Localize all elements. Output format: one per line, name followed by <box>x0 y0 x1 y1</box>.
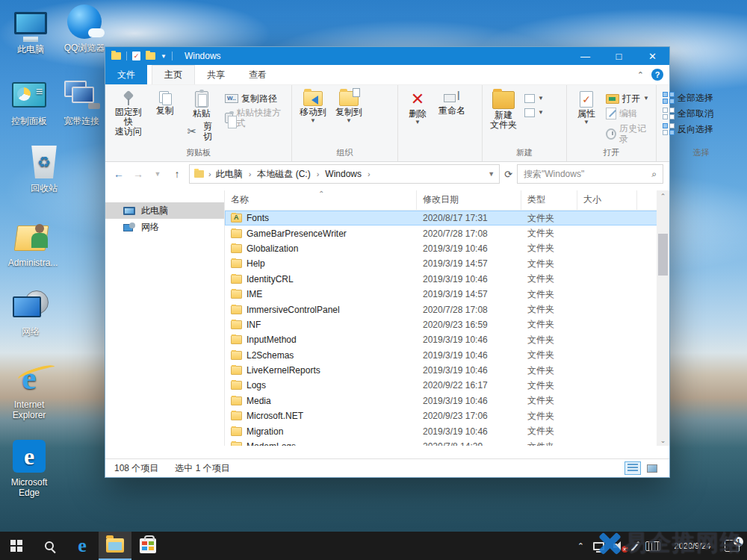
vertical-scroll-thumb[interactable] <box>658 234 668 276</box>
file-date: 2020/7/28 17:08 <box>417 228 521 239</box>
desktop-icon-internet-explorer[interactable]: e Internet Explorer <box>3 360 55 420</box>
column-header-type[interactable]: 类型 <box>521 190 577 210</box>
desktop-icon-control-panel[interactable]: 控制面板 <box>3 76 55 126</box>
table-row[interactable]: Fonts 2020/8/17 17:31 文件夹 <box>225 211 669 225</box>
copy-to-button[interactable]: 复制到▼ <box>332 90 365 125</box>
properties-icon[interactable]: ✓ <box>132 52 140 60</box>
refresh-icon[interactable]: ⟳ <box>504 169 512 180</box>
open-icon <box>606 94 619 104</box>
title-bar[interactable]: ✓ ▼ Windows — □ ✕ <box>105 47 669 65</box>
tray-volume-muted-icon[interactable]: ✕ <box>613 541 625 551</box>
thumbnail-view-button[interactable] <box>644 461 660 475</box>
desktop-icon-qq-browser[interactable]: QQ浏览器 <box>58 3 111 53</box>
properties-button[interactable]: ✓ 属性▼ <box>571 90 601 126</box>
search-input[interactable]: 搜索"Windows" ⌕ <box>517 164 663 184</box>
minimize-button[interactable]: — <box>568 47 602 65</box>
new-folder-button[interactable]: 新建文件夹 <box>487 90 520 131</box>
tab-home[interactable]: 主页 <box>152 65 195 84</box>
breadcrumb-this-pc[interactable]: 此电脑 <box>216 168 243 181</box>
file-name: IdentityCRL <box>247 274 294 284</box>
folder-icon[interactable] <box>111 52 121 60</box>
delete-button[interactable]: ✕ 删除▼ <box>403 90 433 126</box>
table-row[interactable]: Media 2019/3/19 10:46 文件夹 <box>225 393 669 408</box>
desktop-icon-broadband[interactable]: 宽带连接 <box>55 76 108 126</box>
table-row[interactable]: Logs 2020/9/22 16:17 文件夹 <box>225 378 669 393</box>
tab-file[interactable]: 文件 <box>105 65 147 84</box>
table-row[interactable]: ModemLogs 2020/7/8 14:29 文件夹 <box>225 439 669 446</box>
table-row[interactable]: GameBarPresenceWriter 2020/7/28 17:08 文件… <box>225 225 669 240</box>
tab-view[interactable]: 查看 <box>237 65 279 84</box>
select-none-button[interactable]: 全部取消 <box>661 107 715 120</box>
desktop-icon-this-pc[interactable]: 此电脑 <box>4 4 57 55</box>
address-bar[interactable]: › 此电脑 › 本地磁盘 (C:) › Windows › ▼ <box>189 164 500 184</box>
tray-expand-icon[interactable]: ⌃ <box>577 541 584 551</box>
table-row[interactable]: LiveKernelReports 2019/3/19 10:46 文件夹 <box>225 363 669 378</box>
address-dropdown-caret[interactable]: ▼ <box>488 170 495 178</box>
file-type: 文件夹 <box>521 349 577 361</box>
column-header-date[interactable]: 修改日期 <box>417 190 521 210</box>
notification-center-icon[interactable]: 1 <box>725 540 740 552</box>
tray-clock[interactable]: 2020/9/24 <box>669 541 716 551</box>
cut-button[interactable]: ✂剪切 <box>186 120 217 143</box>
table-row[interactable]: Globalization 2019/3/19 10:46 文件夹 <box>225 241 669 256</box>
table-row[interactable]: IME 2019/3/19 14:57 文件夹 <box>225 287 669 302</box>
collapse-ribbon-icon[interactable]: ⌃ <box>637 70 644 80</box>
tab-share[interactable]: 共享 <box>195 65 237 84</box>
recent-locations-caret[interactable]: ▼ <box>150 170 165 178</box>
customize-toolbar-caret[interactable]: ▼ <box>161 53 167 60</box>
forward-button[interactable]: → <box>131 168 146 180</box>
edit-button[interactable]: 编辑 <box>604 107 653 120</box>
table-row[interactable]: Help 2019/3/19 14:57 文件夹 <box>225 256 669 271</box>
help-icon[interactable]: ? <box>651 69 663 81</box>
scroll-up-icon[interactable]: ⌃ <box>657 190 669 202</box>
maximize-button[interactable]: □ <box>602 47 636 65</box>
scroll-down-icon[interactable]: ⌄ <box>657 435 669 446</box>
copy-path-button[interactable]: W..复制路径 <box>223 93 288 105</box>
table-row[interactable]: Migration 2019/3/19 10:46 文件夹 <box>225 423 669 438</box>
paste-shortcut-button[interactable]: 粘贴快捷方式 <box>223 107 288 129</box>
nav-item-network[interactable]: 网络 <box>105 219 224 235</box>
start-button[interactable] <box>0 532 33 560</box>
edge-icon: e <box>13 440 46 473</box>
table-row[interactable]: InputMethod 2019/3/19 10:46 文件夹 <box>225 332 669 347</box>
up-button[interactable]: ↑ <box>170 168 185 180</box>
copy-button[interactable]: 复制 <box>150 90 180 117</box>
tray-network-icon[interactable] <box>593 542 604 550</box>
taskbar-explorer-button[interactable] <box>99 532 131 560</box>
easy-access-button[interactable]: ▼ <box>523 93 545 105</box>
desktop-icon-admin-folder[interactable]: Administra... <box>3 218 63 268</box>
tray-ink-pen-icon[interactable] <box>631 541 640 550</box>
taskbar-store-button[interactable] <box>131 532 164 560</box>
close-button[interactable]: ✕ <box>636 47 669 65</box>
table-row[interactable]: Microsoft.NET 2020/9/23 17:06 文件夹 <box>225 408 669 423</box>
vertical-scrollbar[interactable]: ⌃ ⌄ <box>657 190 669 446</box>
new-folder-icon[interactable] <box>146 52 155 60</box>
back-button[interactable]: ← <box>111 168 126 180</box>
desktop-icon-microsoft-edge[interactable]: e Microsoft Edge <box>3 438 55 498</box>
table-row[interactable]: ImmersiveControlPanel 2020/7/28 17:08 文件… <box>225 302 669 317</box>
invert-selection-button[interactable]: 反向选择 <box>661 122 715 136</box>
taskbar-search-button[interactable] <box>33 532 66 560</box>
file-date: 2019/3/19 10:46 <box>417 350 521 361</box>
move-to-button[interactable]: 移动到▼ <box>297 90 329 125</box>
taskbar-edge-button[interactable]: e <box>66 532 99 560</box>
table-row[interactable]: IdentityCRL 2019/3/19 10:46 文件夹 <box>225 272 669 287</box>
select-all-button[interactable]: 全部选择 <box>661 91 715 105</box>
column-header-size[interactable]: 大小 <box>577 190 637 210</box>
paste-button[interactable]: 粘贴 ✂剪切 <box>183 90 220 144</box>
nav-item-this-pc[interactable]: 此电脑 <box>105 202 224 219</box>
tray-keyboard-icon[interactable] <box>645 541 660 551</box>
rename-button[interactable]: 重命名 <box>436 90 468 117</box>
pin-to-quick-access-button[interactable]: 固定到快速访问 <box>110 90 147 138</box>
new-item-button[interactable]: ▼ <box>523 107 545 119</box>
open-button[interactable]: 打开▼ <box>604 93 653 105</box>
details-view-button[interactable] <box>624 461 641 475</box>
breadcrumb-local-disk[interactable]: 本地磁盘 (C:) <box>257 168 310 181</box>
table-row[interactable]: INF 2020/9/23 16:59 文件夹 <box>225 317 669 332</box>
history-button[interactable]: 历史记录 <box>604 122 653 145</box>
search-icon[interactable]: ⌕ <box>651 169 657 179</box>
desktop-icon-network[interactable]: 网络 <box>4 287 57 337</box>
table-row[interactable]: L2Schemas 2019/3/19 10:46 文件夹 <box>225 348 669 363</box>
desktop-icon-recycle-bin[interactable]: ♻ 回收站 <box>18 143 70 193</box>
breadcrumb-windows[interactable]: Windows <box>325 169 362 179</box>
